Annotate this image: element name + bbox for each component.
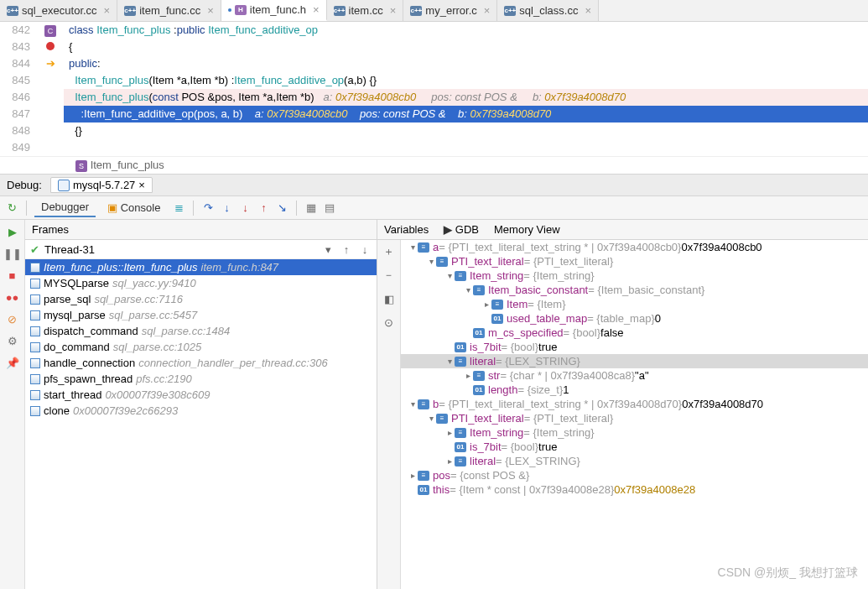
stack-frame[interactable]: mysql_parse sql_parse.cc:5457 <box>25 307 377 323</box>
close-icon[interactable]: × <box>390 4 397 17</box>
chevron-icon[interactable]: ▾ <box>408 399 418 409</box>
chevron-icon[interactable]: ▸ <box>408 471 418 480</box>
breadcrumb[interactable]: S Item_func_plus <box>0 156 868 174</box>
file-tab-label: item_func.h <box>250 3 306 16</box>
next-frame-icon[interactable]: ↓ <box>358 242 372 256</box>
file-tab[interactable]: sql_class.cc× <box>497 0 599 21</box>
close-icon[interactable]: × <box>207 4 214 17</box>
close-icon[interactable]: × <box>104 4 111 17</box>
debug-header: Debug: mysql-5.7.27 × <box>0 174 868 196</box>
duplicate-icon[interactable]: ◧ <box>382 292 396 305</box>
file-tab-label: item.cc <box>349 4 383 17</box>
step-out-icon[interactable]: ↑ <box>257 201 270 215</box>
file-tab[interactable]: my_error.c× <box>403 0 497 21</box>
file-tab[interactable]: item_func.h× <box>221 0 327 21</box>
variable-row[interactable]: ▸≡Item_string = {Item_string} <box>401 425 868 440</box>
chevron-icon[interactable]: ▾ <box>444 271 455 280</box>
primitive-icon: 01 <box>418 485 429 495</box>
step-into-icon[interactable]: ↓ <box>220 201 233 215</box>
close-icon[interactable]: × <box>313 3 320 16</box>
view-breakpoints-icon[interactable]: ●● <box>6 290 19 304</box>
force-step-into-icon[interactable]: ↓ <box>238 201 252 215</box>
tab-debugger[interactable]: Debugger <box>34 198 96 217</box>
frames-list[interactable]: Item_func_plus::Item_func_plus item_func… <box>25 259 377 589</box>
stack-frame[interactable]: clone 0x00007f39e2c66293 <box>25 403 377 419</box>
stack-frame[interactable]: dispatch_command sql_parse.cc:1484 <box>25 323 377 339</box>
show-watches-icon[interactable]: ⊙ <box>382 315 396 329</box>
file-tab[interactable]: item_func.cc× <box>117 0 221 21</box>
chevron-icon[interactable]: ▸ <box>444 456 455 466</box>
variable-row[interactable]: ▾≡PTI_text_literal = {PTI_text_literal} <box>401 411 868 425</box>
variable-row[interactable]: ▾≡PTI_text_literal = {PTI_text_literal} <box>401 254 868 268</box>
variables-tab[interactable]: Variables <box>384 223 429 236</box>
variable-row[interactable]: ▸≡str = {char * | 0x7f39a4008ca8} "a" <box>401 368 868 383</box>
primitive-icon: 01 <box>473 385 485 395</box>
file-tab[interactable]: item.cc× <box>327 0 404 21</box>
pause-icon[interactable]: ❚❚ <box>6 247 19 260</box>
variable-row[interactable]: ▾≡Item_basic_constant = {Item_basic_cons… <box>401 283 868 297</box>
close-icon[interactable]: × <box>138 179 145 191</box>
stack-frame[interactable]: parse_sql sql_parse.cc:7116 <box>25 291 377 307</box>
tab-console[interactable]: ▣ Console <box>101 199 167 216</box>
stack-frame[interactable]: pfs_spawn_thread pfs.cc:2190 <box>25 371 377 387</box>
variable-row[interactable]: 01used_table_map = {table_map} 0 <box>401 311 868 326</box>
debug-config-name: mysql-5.7.27 <box>73 179 135 191</box>
variable-row[interactable]: ▾≡Item_string = {Item_string} <box>401 268 868 283</box>
variable-row[interactable]: ▾≡a= {PTI_text_literal_text_string * | 0… <box>401 240 868 254</box>
stack-frame[interactable]: handle_connection connection_handler_per… <box>25 355 377 371</box>
add-watch-icon[interactable]: ＋ <box>382 245 396 258</box>
stack-frame[interactable]: Item_func_plus::Item_func_plus item_func… <box>25 259 377 275</box>
variable-row[interactable]: ▸≡literal = {LEX_STRING} <box>401 454 868 468</box>
variable-row[interactable]: ▸≡Item = {Item} <box>401 297 868 311</box>
gdb-tab[interactable]: ▶ GDB <box>444 223 479 236</box>
prev-frame-icon[interactable]: ↑ <box>340 242 353 256</box>
code-area[interactable]: class Item_func_plus :public Item_func_a… <box>64 22 868 156</box>
file-tab[interactable]: sql_executor.cc× <box>0 0 117 21</box>
chevron-icon[interactable]: ▾ <box>426 414 436 423</box>
debug-config-tab[interactable]: mysql-5.7.27 × <box>50 177 153 193</box>
variable-row[interactable]: 01length = {size_t} 1 <box>401 383 868 397</box>
mute-breakpoints-icon[interactable]: ⊘ <box>6 312 19 326</box>
cpp-file-icon <box>504 6 516 16</box>
close-icon[interactable]: × <box>585 4 591 17</box>
thread-selector[interactable]: ✔ Thread-31 ▾ ↑ ↓ <box>25 240 377 259</box>
pin-icon[interactable]: 📌 <box>6 356 19 369</box>
threads-icon[interactable]: ≣ <box>172 201 185 215</box>
variables-tree[interactable]: ▾≡a= {PTI_text_literal_text_string * | 0… <box>401 240 868 589</box>
dropdown-icon[interactable]: ▾ <box>321 242 335 256</box>
memory-view-tab[interactable]: Memory View <box>494 223 560 236</box>
variable-row[interactable]: 01m_cs_specified = {bool} false <box>401 326 868 340</box>
chevron-icon[interactable]: ▾ <box>444 357 455 366</box>
frames-pane: Frames ✔ Thread-31 ▾ ↑ ↓ Item_func_plus:… <box>25 220 377 589</box>
frames-title: Frames <box>32 223 69 236</box>
struct-icon: ≡ <box>473 285 485 295</box>
variable-row[interactable]: 01this = {Item * const | 0x7f39a4008e28}… <box>401 482 868 497</box>
primitive-icon: 01 <box>455 342 466 352</box>
run-to-cursor-icon[interactable]: ↘ <box>275 201 288 215</box>
resume-icon[interactable]: ▶ <box>6 225 19 238</box>
variable-row[interactable]: 01is_7bit = {bool} true <box>401 440 868 454</box>
chevron-icon[interactable]: ▸ <box>444 428 455 437</box>
chevron-icon[interactable]: ▾ <box>463 285 473 294</box>
variable-row[interactable]: ▾≡literal = {LEX_STRING} <box>401 354 868 368</box>
evaluate-icon[interactable]: ▦ <box>304 201 318 215</box>
primitive-icon: 01 <box>455 442 466 452</box>
remove-watch-icon[interactable]: － <box>382 268 396 282</box>
close-icon[interactable]: × <box>484 4 491 17</box>
struct-icon: ≡ <box>455 456 466 467</box>
step-over-icon[interactable]: ↷ <box>201 201 215 215</box>
trace-icon[interactable]: ▤ <box>323 201 336 215</box>
stack-frame[interactable]: MYSQLparse sql_yacc.yy:9410 <box>25 275 377 291</box>
stop-icon[interactable]: ■ <box>6 268 19 282</box>
chevron-icon[interactable]: ▾ <box>426 257 436 266</box>
settings-icon[interactable]: ⚙ <box>6 334 19 347</box>
chevron-icon[interactable]: ▸ <box>463 371 473 380</box>
chevron-icon[interactable]: ▸ <box>481 300 491 309</box>
stack-frame[interactable]: start_thread 0x00007f39e308c609 <box>25 387 377 403</box>
chevron-icon[interactable]: ▾ <box>408 242 418 252</box>
variable-row[interactable]: 01is_7bit = {bool} true <box>401 340 868 354</box>
stack-frame[interactable]: do_command sql_parse.cc:1025 <box>25 339 377 355</box>
rerun-icon[interactable]: ↻ <box>5 201 18 215</box>
variable-row[interactable]: ▾≡b = {PTI_text_literal_text_string * | … <box>401 397 868 411</box>
variable-row[interactable]: ▸≡pos = {const POS &} <box>401 468 868 482</box>
